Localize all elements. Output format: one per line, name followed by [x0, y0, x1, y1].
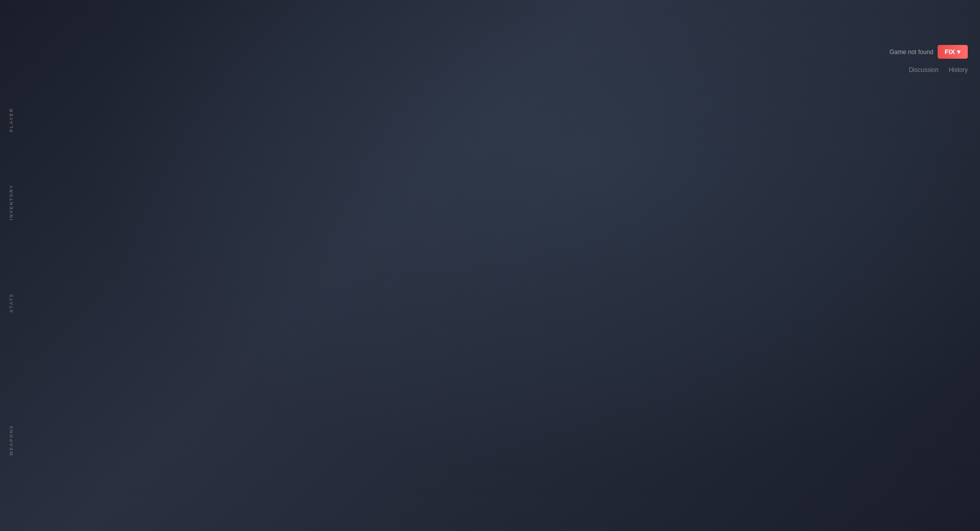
side-label-text: STATS	[9, 293, 14, 312]
side-label-col	[4, 394, 18, 413]
side-label-col	[4, 275, 18, 294]
game-not-found-text: Game not found	[890, 49, 934, 56]
side-label-col	[4, 468, 18, 486]
side-label-col: INVENTORY	[4, 193, 18, 211]
side-label-col	[4, 357, 18, 376]
side-label-col	[4, 230, 18, 248]
side-label-col	[4, 211, 18, 230]
side-label-col	[4, 376, 18, 394]
game-status: Game not found FIX ▾	[890, 45, 968, 59]
tab-discussion[interactable]: Discussion	[909, 66, 939, 76]
fix-button[interactable]: FIX ▾	[938, 45, 968, 59]
side-label-col	[4, 129, 18, 148]
side-label-col	[4, 312, 18, 330]
side-label-col: PLAYER	[4, 111, 18, 129]
side-label-col: WEAPONS	[4, 431, 18, 449]
content-tabs: Discussion History	[909, 66, 968, 76]
side-label-col	[4, 330, 18, 349]
side-label-col	[4, 449, 18, 468]
side-label-text: PLAYER	[9, 108, 14, 132]
side-label-col	[4, 156, 18, 175]
side-label-col	[4, 486, 18, 504]
side-label-col	[4, 257, 18, 275]
side-label-col: STATS	[4, 294, 18, 312]
tab-history[interactable]: History	[949, 66, 968, 76]
